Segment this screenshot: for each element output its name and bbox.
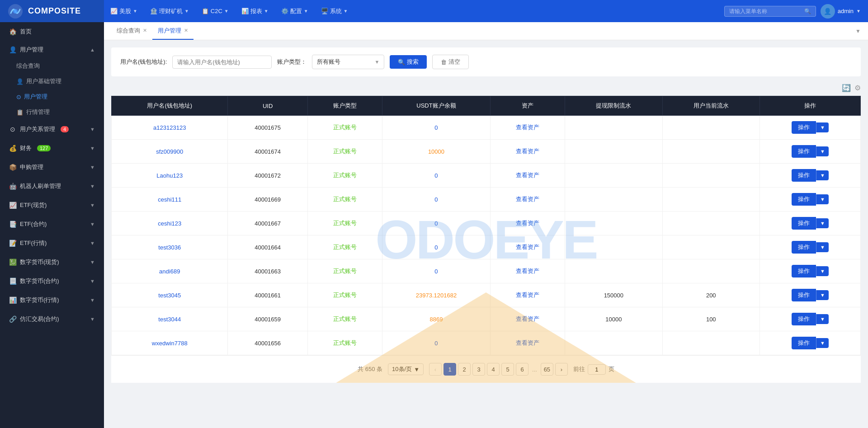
sidebar-sub-comprehensive[interactable]: 综合查询 bbox=[0, 58, 104, 74]
sidebar-item-crypto-contract[interactable]: 📃 数字货币(合约) ▼ bbox=[0, 272, 104, 291]
operate-button[interactable]: 操作 bbox=[792, 121, 816, 134]
chevron-up-icon: ▲ bbox=[90, 47, 95, 52]
main-layout: 🏠 首页 👤 用户管理 ▲ 综合查询 👤 用户基础管理 ⊙ 用户管理 📋 行情管… bbox=[0, 22, 868, 428]
cell-asset: 查看资产 bbox=[491, 259, 565, 283]
total-count: 共 650 条 bbox=[358, 365, 382, 373]
cell-current-flow bbox=[662, 164, 760, 188]
sidebar-item-robot[interactable]: 🤖 机器人刷单管理 ▼ bbox=[0, 177, 104, 196]
tab-close-user-management[interactable]: ✕ bbox=[184, 28, 188, 33]
nav-item-stocks[interactable]: 📈 美股 ▼ bbox=[104, 0, 144, 22]
nav-item-config[interactable]: ⚙️ 配置 ▼ bbox=[275, 0, 315, 22]
sidebar-item-finance[interactable]: 💰 财务 127 ▼ bbox=[0, 139, 104, 158]
tabs-collapse-icon[interactable]: ▼ bbox=[855, 28, 861, 34]
page-size-select[interactable]: 10条/页 ▼ bbox=[388, 363, 424, 375]
global-search-input[interactable] bbox=[729, 8, 802, 14]
operate-button[interactable]: 操作 bbox=[792, 241, 816, 254]
global-search-box[interactable]: 🔍 bbox=[724, 6, 816, 17]
page-5-button[interactable]: 5 bbox=[501, 363, 514, 376]
cell-uid: 40001659 bbox=[228, 307, 307, 331]
user-icon: 👤 bbox=[9, 46, 16, 53]
cell-username: test3045 bbox=[112, 283, 228, 307]
chevron-down-icon: ▼ bbox=[224, 9, 229, 14]
operate-dropdown-button[interactable]: ▼ bbox=[816, 266, 829, 276]
cell-current-flow: 100 bbox=[662, 307, 760, 331]
operate-button[interactable]: 操作 bbox=[792, 193, 816, 206]
page-3-button[interactable]: 3 bbox=[472, 363, 485, 376]
operate-button[interactable]: 操作 bbox=[792, 169, 816, 182]
nav-item-c2c[interactable]: 📋 C2C ▼ bbox=[195, 0, 235, 22]
chevron-down-icon: ▼ bbox=[344, 9, 348, 14]
page-4-button[interactable]: 4 bbox=[487, 363, 500, 376]
account-type-label: 账户类型： bbox=[277, 58, 307, 66]
app-title: COMPOSITE bbox=[28, 6, 81, 16]
sidebar-sub-market-manage[interactable]: 📋 行情管理 bbox=[0, 104, 104, 120]
operate-button[interactable]: 操作 bbox=[792, 289, 816, 301]
user-area[interactable]: 👤 admin ▼ bbox=[821, 4, 861, 19]
sidebar-sub-user-basic[interactable]: 👤 用户基础管理 bbox=[0, 74, 104, 89]
operate-button[interactable]: 操作 bbox=[792, 313, 816, 325]
page-1-button[interactable]: 1 bbox=[443, 363, 456, 376]
cell-usdt-balance: 0 bbox=[382, 259, 490, 283]
sidebar-item-home[interactable]: 🏠 首页 bbox=[0, 22, 104, 41]
nav-item-report[interactable]: 📊 报表 ▼ bbox=[235, 0, 275, 22]
cell-withdraw-limit bbox=[565, 212, 662, 235]
operate-dropdown-button[interactable]: ▼ bbox=[816, 170, 829, 180]
sidebar-sub-user-manage[interactable]: ⊙ 用户管理 bbox=[0, 89, 104, 104]
username-filter-input[interactable] bbox=[172, 56, 272, 69]
table-row: a123123123 40001675 正式账号 0 查看资产 操作 ▼ bbox=[112, 116, 861, 140]
cell-usdt-balance: 0 bbox=[382, 235, 490, 259]
nav-item-finance[interactable]: 🏦 理财矿机 ▼ bbox=[144, 0, 195, 22]
last-page-button[interactable]: 65 bbox=[541, 363, 553, 376]
operate-dropdown-button[interactable]: ▼ bbox=[816, 146, 829, 156]
operate-button[interactable]: 操作 bbox=[792, 265, 816, 277]
user-basic-icon: 👤 bbox=[16, 78, 24, 85]
search-button[interactable]: 🔍 搜索 bbox=[390, 55, 427, 69]
table-row: test3044 40001659 正式账号 8869 查看资产 10000 1… bbox=[112, 307, 861, 331]
data-table: 用户名(钱包地址) UID 账户类型 USDT账户余额 资产 提现限制流水 用户… bbox=[111, 96, 861, 355]
chevron-down-icon: ▼ bbox=[90, 221, 95, 227]
page-6-button[interactable]: 6 bbox=[516, 363, 528, 376]
clear-button[interactable]: 🗑 清空 bbox=[432, 55, 469, 69]
tab-user-management[interactable]: 用户管理 ✕ bbox=[152, 22, 193, 40]
tab-comprehensive[interactable]: 综合查询 ✕ bbox=[111, 22, 152, 40]
operate-dropdown-button[interactable]: ▼ bbox=[816, 338, 829, 348]
table-toolbar: 🔄 ⚙ bbox=[111, 84, 861, 92]
operate-dropdown-button[interactable]: ▼ bbox=[816, 194, 829, 204]
crypto-contract-icon: 📃 bbox=[9, 277, 16, 285]
page-2-button[interactable]: 2 bbox=[458, 363, 471, 376]
sidebar-item-user-relation[interactable]: ⊙ 用户关系管理 4 ▼ bbox=[0, 120, 104, 139]
operate-btn-wrap: 操作 ▼ bbox=[767, 289, 853, 301]
sidebar-item-crypto-spot[interactable]: 💹 数字货币(现货) ▼ bbox=[0, 253, 104, 272]
sidebar-item-etf-contract[interactable]: 📑 ETF(合约) ▼ bbox=[0, 215, 104, 234]
sidebar-item-etf-market[interactable]: 📝 ETF(行情) ▼ bbox=[0, 234, 104, 253]
nav-item-system[interactable]: 🖥️ 系统 ▼ bbox=[315, 0, 354, 22]
account-type-select[interactable]: 所有账号 ▼ bbox=[312, 55, 384, 69]
next-page-button[interactable]: › bbox=[555, 363, 568, 376]
sidebar-item-user-management[interactable]: 👤 用户管理 ▲ bbox=[0, 41, 104, 58]
page-jump-input[interactable] bbox=[588, 364, 606, 375]
operate-button[interactable]: 操作 bbox=[792, 337, 816, 349]
operate-dropdown-button[interactable]: ▼ bbox=[816, 290, 829, 300]
operate-button[interactable]: 操作 bbox=[792, 145, 816, 158]
main-content: 综合查询 ✕ 用户管理 ✕ ▼ 用户名(钱包地址): 账户类型： 所有账号 ▼ bbox=[104, 22, 868, 428]
cell-current-flow bbox=[662, 188, 760, 212]
sidebar-item-forex-contract[interactable]: 🔗 仿汇交易(合约) ▼ bbox=[0, 310, 104, 329]
column-settings-icon[interactable]: ⚙ bbox=[854, 84, 861, 92]
operate-dropdown-button[interactable]: ▼ bbox=[816, 218, 829, 228]
sidebar-item-crypto-market[interactable]: 📊 数字货币(行情) ▼ bbox=[0, 291, 104, 310]
etf-market-icon: 📝 bbox=[9, 240, 16, 247]
operate-dropdown-button[interactable]: ▼ bbox=[816, 122, 829, 132]
operate-button[interactable]: 操作 bbox=[792, 217, 816, 230]
prev-page-button[interactable]: ‹ bbox=[429, 363, 442, 376]
sidebar-item-purchase[interactable]: 📦 申购管理 ▼ bbox=[0, 158, 104, 177]
cell-uid: 40001674 bbox=[228, 140, 307, 164]
operate-dropdown-button[interactable]: ▼ bbox=[816, 314, 829, 324]
operate-btn-wrap: 操作 ▼ bbox=[767, 265, 853, 277]
tab-close-comprehensive[interactable]: ✕ bbox=[143, 28, 147, 33]
cell-username: a123123123 bbox=[112, 116, 228, 140]
operate-dropdown-button[interactable]: ▼ bbox=[816, 242, 829, 252]
refresh-icon[interactable]: 🔄 bbox=[842, 84, 851, 92]
operate-btn-wrap: 操作 ▼ bbox=[767, 337, 853, 349]
sidebar-item-etf-spot[interactable]: 📈 ETF(现货) ▼ bbox=[0, 196, 104, 215]
cell-operate: 操作 ▼ bbox=[760, 331, 860, 355]
